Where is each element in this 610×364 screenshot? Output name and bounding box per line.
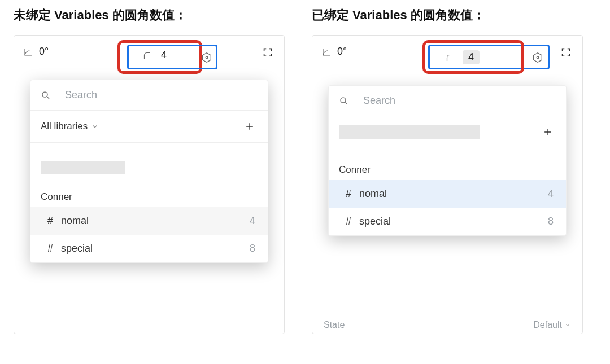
search-row xyxy=(30,80,268,111)
variable-group-name: Conner xyxy=(329,161,566,180)
number-type-icon: # xyxy=(346,188,351,200)
libraries-row: All libraries xyxy=(30,111,268,143)
search-row xyxy=(329,86,566,116)
rotation-field[interactable]: 0° xyxy=(321,46,406,58)
chevron-down-icon xyxy=(564,322,571,328)
number-type-icon: # xyxy=(346,216,351,227)
state-row-peek: State Default xyxy=(324,320,571,330)
independent-corners-button[interactable] xyxy=(262,46,274,58)
state-label: State xyxy=(324,320,345,330)
corner-radius-icon xyxy=(142,50,152,60)
variable-item-label: nomal xyxy=(61,215,89,227)
svg-point-0 xyxy=(206,56,208,59)
variable-item-label: nomal xyxy=(359,188,387,200)
properties-panel-left: 0° 4 All xyxy=(14,35,285,334)
corner-radius-value: 4 xyxy=(468,51,474,63)
corner-radius-field[interactable]: 4 xyxy=(133,46,176,64)
row-corner-radius: 0° 4 xyxy=(312,39,582,68)
variable-item-value: 8 xyxy=(250,243,255,255)
text-cursor xyxy=(356,95,356,107)
svg-point-1 xyxy=(42,92,47,97)
angle-icon xyxy=(23,47,33,57)
plus-icon xyxy=(542,126,554,138)
plus-icon xyxy=(244,121,255,132)
variable-item-special[interactable]: # special 8 xyxy=(30,235,268,262)
skeleton-placeholder xyxy=(41,161,125,174)
variable-item-nomal[interactable]: # nomal 4 xyxy=(329,180,566,208)
rotation-value: 0° xyxy=(337,46,347,58)
variable-picker-right: Conner # nomal 4 # special 8 xyxy=(328,85,567,236)
variable-item-special[interactable]: # special 8 xyxy=(329,208,566,235)
rotation-value: 0° xyxy=(39,46,49,58)
independent-corners-icon xyxy=(560,46,572,58)
search-icon xyxy=(339,96,349,106)
number-type-icon: # xyxy=(47,243,53,255)
independent-corners-button[interactable] xyxy=(560,46,572,58)
variable-item-label: special xyxy=(61,243,93,255)
variable-item-nomal[interactable]: # nomal 4 xyxy=(30,207,268,235)
angle-icon xyxy=(321,47,332,57)
number-type-icon: # xyxy=(47,215,53,227)
apply-variable-button[interactable] xyxy=(531,51,544,64)
svg-point-3 xyxy=(341,98,346,103)
corner-radius-value: 4 xyxy=(161,49,167,61)
row-corner-radius: 0° 4 xyxy=(14,39,284,68)
state-value: Default xyxy=(533,320,562,330)
variable-hex-icon xyxy=(531,51,544,64)
corner-radius-chip: 4 xyxy=(463,50,480,64)
rotation-field[interactable]: 0° xyxy=(23,46,108,58)
chevron-down-icon xyxy=(91,122,99,130)
create-variable-button[interactable] xyxy=(540,124,556,140)
libraries-label: All libraries xyxy=(41,121,88,132)
apply-variable-button[interactable] xyxy=(201,51,213,64)
independent-corners-icon xyxy=(262,46,274,58)
variable-group: Conner # nomal 4 # special 8 xyxy=(329,148,566,235)
corner-radius-field[interactable]: 4 xyxy=(435,47,489,68)
variable-item-value: 4 xyxy=(548,188,554,200)
variable-item-label: special xyxy=(359,216,391,227)
variable-group: Conner # nomal 4 # special 8 xyxy=(30,143,268,262)
properties-panel-right: 0° 4 xyxy=(312,35,583,334)
variable-group-name: Conner xyxy=(30,188,268,207)
variable-hex-icon xyxy=(201,51,213,64)
create-variable-button[interactable] xyxy=(242,119,258,134)
search-icon xyxy=(41,90,51,100)
state-value-selector[interactable]: Default xyxy=(533,320,571,330)
column-unbound: 未绑定 Variables 的圆角数值： 0° 4 xyxy=(14,7,285,334)
skeleton-placeholder xyxy=(339,125,480,139)
variable-picker-left: All libraries Conner # nomal 4 xyxy=(30,80,268,263)
svg-point-2 xyxy=(537,56,539,59)
column-bound: 已绑定 Variables 的圆角数值： 0° 4 xyxy=(312,7,583,334)
variable-item-value: 8 xyxy=(548,216,554,227)
heading-unbound: 未绑定 Variables 的圆角数值： xyxy=(14,7,285,24)
corner-radius-icon xyxy=(445,52,455,63)
search-input[interactable] xyxy=(65,89,258,101)
variable-item-value: 4 xyxy=(250,215,255,227)
text-cursor xyxy=(58,90,58,101)
search-input[interactable] xyxy=(363,95,556,107)
libraries-row xyxy=(329,116,566,148)
heading-bound: 已绑定 Variables 的圆角数值： xyxy=(312,7,583,24)
libraries-selector[interactable]: All libraries xyxy=(41,121,99,132)
